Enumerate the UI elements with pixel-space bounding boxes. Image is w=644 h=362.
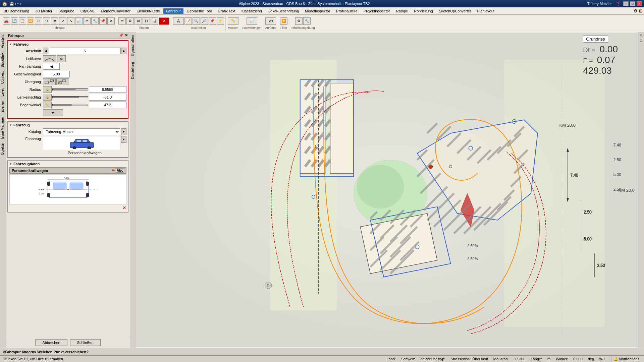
close-btn[interactable]: ✕: [637, 1, 642, 6]
menu-planlayout[interactable]: Planlayout: [475, 8, 497, 14]
tb-auswert[interactable]: 📊: [247, 17, 257, 25]
menu-sketchup[interactable]: SketchUpConverter: [436, 8, 474, 14]
abschnitt-input[interactable]: [49, 48, 121, 54]
menu-lokal-beschriftung[interactable]: Lokal-Beschriftung: [266, 8, 302, 14]
radius-input[interactable]: [89, 86, 127, 93]
tb-fahrspur-3[interactable]: 📋: [19, 17, 26, 25]
tb-fahrspur-11[interactable]: ✂: [83, 17, 91, 25]
menu-modelinspector[interactable]: ModelInspector: [302, 8, 333, 14]
pkw-abc-btn[interactable]: Abc: [116, 168, 124, 173]
tb-edit-5[interactable]: ⚡: [217, 17, 224, 25]
tb-aendern-2[interactable]: ⚙: [126, 17, 134, 25]
tb-fahrspur-5[interactable]: ↩: [35, 17, 42, 25]
fahrzeugdaten-expand[interactable]: ▼: [9, 163, 12, 166]
tab-connect[interactable]: Connect: [0, 69, 6, 86]
tab-layer[interactable]: Layer: [0, 86, 6, 99]
fahrzeug-dropdown-arrow[interactable]: ▼: [121, 136, 126, 143]
tb-text-btn[interactable]: A: [173, 17, 184, 25]
menu-element-kette[interactable]: Element-Kette: [134, 8, 163, 14]
bogenwinkel-input[interactable]: [89, 102, 127, 108]
tab-issue[interactable]: Issue Manager: [0, 115, 6, 141]
katalog-select[interactable]: Fahrzeug-Muster: [43, 128, 120, 135]
menu-projektinspector[interactable]: Projektinspector: [361, 8, 393, 14]
reset-btn[interactable]: ⇌: [43, 109, 63, 116]
menu-profilbauteile[interactable]: Profilbauteile: [333, 8, 360, 14]
menu-citygml[interactable]: CityGML: [78, 8, 98, 14]
tb-edit-1[interactable]: 📝: [184, 17, 192, 25]
abschnitt-prev[interactable]: ◀: [43, 48, 48, 54]
katalog-arrow[interactable]: ▼: [121, 128, 126, 135]
tb-aendern-4[interactable]: ⊟: [143, 17, 150, 25]
notifications-btn[interactable]: 🔔 Notifications: [611, 356, 641, 362]
canvas-area[interactable]: Grundriss Dt = 0.00 F = 0.07 429.03 KM 2…: [136, 32, 638, 348]
tb-fahrspur-12[interactable]: 🔧: [91, 17, 99, 25]
minimize-btn[interactable]: −: [623, 1, 629, 6]
tab-objekte[interactable]: Objekte: [0, 141, 6, 157]
leitkurve-refresh[interactable]: ↺: [57, 55, 66, 62]
tb-attr[interactable]: 🏷: [265, 17, 276, 25]
menu-geometrie[interactable]: Geometrie Tool: [184, 8, 214, 14]
maximize-btn[interactable]: □: [630, 1, 635, 6]
schliessen-btn[interactable]: Schließen: [70, 339, 101, 346]
help-btn[interactable]: ❓: [616, 2, 621, 6]
tb-aendern-5[interactable]: 📊: [151, 17, 158, 25]
tb-messen[interactable]: 📏: [228, 17, 238, 25]
tb-fahrspur-9[interactable]: ↘: [67, 17, 74, 25]
uebergang-btn2[interactable]: [56, 78, 69, 85]
fahrweg-expand[interactable]: ▼: [9, 43, 12, 46]
tb-aendern-6[interactable]: ✕: [159, 17, 169, 25]
menu-rohrleitung[interactable]: Rohrleitung: [411, 8, 435, 14]
menu-grafik-text[interactable]: Grafik Text: [215, 8, 238, 14]
tb-fahrspur-4[interactable]: 🔀: [27, 17, 34, 25]
settings-icon[interactable]: ⚙: [634, 8, 638, 13]
menu-klassifizierer[interactable]: Klassifizierer: [239, 8, 265, 14]
expand-icon[interactable]: ⊞: [639, 8, 643, 13]
drawing-canvas[interactable]: 7.40 2.50 5.00 2.50 KM 20.0 2.50% 2.50% …: [136, 32, 638, 348]
menu-rampe[interactable]: Rampe: [393, 8, 411, 14]
pkw-edit-icon[interactable]: ✏: [112, 168, 115, 173]
tab-darstellung[interactable]: Darstellung: [130, 59, 136, 82]
panel-pin[interactable]: 📌: [119, 33, 124, 38]
tab-assistent[interactable]: Assistent: [0, 32, 6, 50]
pkw-delete-btn[interactable]: ✕: [122, 205, 126, 210]
bogenwinkel-icon[interactable]: 📐: [43, 102, 52, 108]
tb-edit-2[interactable]: 🔍: [193, 17, 200, 25]
tb-fahrspur-2[interactable]: 🔄: [11, 17, 18, 25]
tb-arbeit-2[interactable]: 🔧: [303, 17, 311, 25]
tb-arbeit-1[interactable]: ⚙: [295, 17, 303, 25]
fahrzeug-expand[interactable]: ▼: [9, 124, 12, 127]
tb-aendern-1[interactable]: ✏: [118, 17, 126, 25]
menu-3d-bemessung[interactable]: 3D Bemessung: [1, 8, 32, 14]
abschnitt-next[interactable]: ▶: [121, 48, 126, 54]
abbrechen-btn[interactable]: Abbrechen: [35, 339, 67, 346]
tb-fahrspur-8[interactable]: ↗: [59, 17, 66, 25]
tab-eigenschaften[interactable]: Eigenschaften: [130, 32, 136, 59]
tb-filter[interactable]: 🔽: [280, 17, 287, 25]
quick-access[interactable]: 💾↩↪: [9, 2, 21, 6]
geschwindigkeit-input[interactable]: 5.00: [43, 71, 70, 77]
radius-lock-icon[interactable]: 🔒: [43, 86, 52, 93]
tb-edit-3[interactable]: 🔎: [201, 17, 208, 25]
lenkeinschlag-icon[interactable]: 🔒: [43, 94, 52, 101]
menu-3d-muster[interactable]: 3D Muster: [33, 8, 55, 14]
tb-fahrspur-14[interactable]: ✕: [107, 17, 115, 25]
lenkeinschlag-input[interactable]: [89, 94, 127, 101]
far-right-collapse[interactable]: ⊟: [638, 38, 644, 44]
tab-bibliothek[interactable]: Bibliothek: [0, 50, 6, 69]
leitkurve-curve-icon[interactable]: [43, 55, 56, 62]
tb-fahrspur-7[interactable]: ⇌: [51, 17, 58, 25]
far-right-expand[interactable]: ⊞: [638, 32, 644, 38]
menu-fahrspur[interactable]: Fahrspur: [163, 8, 183, 14]
panel-close[interactable]: ✕: [125, 33, 128, 38]
tb-fahrspur-1[interactable]: 🚗: [3, 17, 10, 25]
menu-elementconverter[interactable]: ElementConverter: [98, 8, 133, 14]
tb-fahrspur-6[interactable]: ↪: [43, 17, 50, 25]
tb-aendern-3[interactable]: ⊞: [135, 17, 142, 25]
tab-ebenen[interactable]: Ebenen: [0, 99, 6, 114]
tb-fahrspur-10[interactable]: 📊: [75, 17, 83, 25]
menu-baugrube[interactable]: Baugrube: [56, 8, 77, 14]
uebergang-btn1[interactable]: [43, 78, 56, 85]
tb-edit-4[interactable]: 📌: [209, 17, 216, 25]
svg-point-8: [88, 146, 91, 149]
tb-fahrspur-13[interactable]: 📌: [99, 17, 107, 25]
